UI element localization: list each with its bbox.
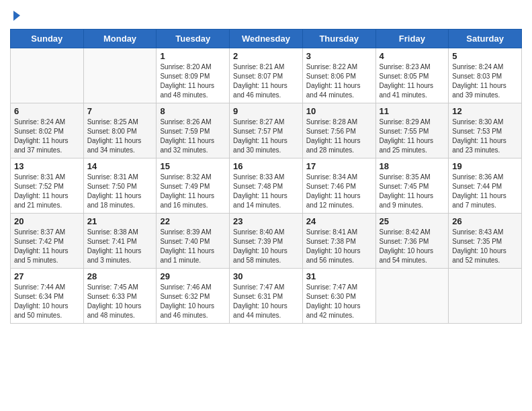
calendar-cell — [375, 269, 449, 324]
calendar-cell: 26Sunrise: 8:43 AMSunset: 7:35 PMDayligh… — [449, 214, 522, 269]
day-info: Sunrise: 8:32 AMSunset: 7:49 PMDaylight:… — [160, 173, 226, 210]
calendar-week-row: 27Sunrise: 7:44 AMSunset: 6:34 PMDayligh… — [11, 269, 522, 324]
day-number: 6 — [14, 106, 80, 116]
calendar-cell: 18Sunrise: 8:35 AMSunset: 7:45 PMDayligh… — [375, 158, 449, 214]
calendar-cell: 6Sunrise: 8:24 AMSunset: 8:02 PMDaylight… — [11, 103, 84, 158]
calendar-cell: 8Sunrise: 8:26 AMSunset: 7:59 PMDaylight… — [157, 103, 230, 158]
calendar-cell: 24Sunrise: 8:41 AMSunset: 7:38 PMDayligh… — [302, 214, 375, 269]
day-info: Sunrise: 8:33 AMSunset: 7:48 PMDaylight:… — [233, 173, 299, 210]
day-number: 30 — [233, 271, 299, 281]
day-info: Sunrise: 8:40 AMSunset: 7:39 PMDaylight:… — [233, 228, 299, 265]
day-number: 9 — [233, 106, 299, 116]
calendar-cell: 2Sunrise: 8:21 AMSunset: 8:07 PMDaylight… — [230, 48, 303, 103]
day-number: 21 — [87, 216, 153, 226]
calendar-cell: 13Sunrise: 8:31 AMSunset: 7:52 PMDayligh… — [11, 158, 84, 214]
calendar-cell: 3Sunrise: 8:22 AMSunset: 8:06 PMDaylight… — [302, 48, 375, 103]
day-number: 24 — [306, 216, 372, 226]
day-number: 10 — [306, 106, 372, 116]
day-info: Sunrise: 8:30 AMSunset: 7:53 PMDaylight:… — [452, 118, 518, 155]
day-info: Sunrise: 7:46 AMSunset: 6:32 PMDaylight:… — [160, 283, 226, 320]
calendar-cell: 17Sunrise: 8:34 AMSunset: 7:46 PMDayligh… — [302, 158, 375, 214]
day-info: Sunrise: 8:31 AMSunset: 7:52 PMDaylight:… — [14, 173, 80, 210]
day-number: 13 — [14, 161, 80, 171]
calendar-cell: 30Sunrise: 7:47 AMSunset: 6:31 PMDayligh… — [230, 269, 303, 324]
day-number: 12 — [452, 106, 518, 116]
day-info: Sunrise: 7:44 AMSunset: 6:34 PMDaylight:… — [14, 283, 80, 320]
calendar-cell: 1Sunrise: 8:20 AMSunset: 8:09 PMDaylight… — [157, 48, 230, 103]
calendar-cell: 9Sunrise: 8:27 AMSunset: 7:57 PMDaylight… — [230, 103, 303, 158]
calendar-cell: 23Sunrise: 8:40 AMSunset: 7:39 PMDayligh… — [230, 214, 303, 269]
day-header-sunday: Sunday — [11, 30, 84, 48]
calendar-cell: 14Sunrise: 8:31 AMSunset: 7:50 PMDayligh… — [83, 158, 157, 214]
day-number: 22 — [160, 216, 226, 226]
day-info: Sunrise: 8:31 AMSunset: 7:50 PMDaylight:… — [87, 173, 153, 210]
day-info: Sunrise: 8:37 AMSunset: 7:42 PMDaylight:… — [14, 228, 80, 265]
day-number: 4 — [380, 51, 445, 61]
calendar-cell: 20Sunrise: 8:37 AMSunset: 7:42 PMDayligh… — [11, 214, 84, 269]
day-number: 28 — [87, 271, 153, 281]
day-number: 15 — [160, 161, 226, 171]
calendar-cell: 5Sunrise: 8:24 AMSunset: 8:03 PMDaylight… — [449, 48, 522, 103]
calendar-cell: 7Sunrise: 8:25 AMSunset: 8:00 PMDaylight… — [83, 103, 157, 158]
page-container: SundayMondayTuesdayWednesdayThursdayFrid… — [0, 0, 532, 330]
day-number: 26 — [452, 216, 518, 226]
day-info: Sunrise: 8:25 AMSunset: 8:00 PMDaylight:… — [87, 118, 153, 155]
day-number: 5 — [452, 51, 518, 61]
calendar-cell: 16Sunrise: 8:33 AMSunset: 7:48 PMDayligh… — [230, 158, 303, 214]
calendar-cell: 19Sunrise: 8:36 AMSunset: 7:44 PMDayligh… — [449, 158, 522, 214]
day-header-tuesday: Tuesday — [157, 30, 230, 48]
day-info: Sunrise: 8:20 AMSunset: 8:09 PMDaylight:… — [160, 62, 226, 100]
day-number: 29 — [160, 271, 226, 281]
calendar-cell — [11, 48, 84, 103]
calendar-body: 1Sunrise: 8:20 AMSunset: 8:09 PMDaylight… — [11, 48, 522, 324]
day-info: Sunrise: 8:38 AMSunset: 7:41 PMDaylight:… — [87, 228, 153, 265]
calendar-cell: 11Sunrise: 8:29 AMSunset: 7:55 PMDayligh… — [375, 103, 449, 158]
calendar-cell: 29Sunrise: 7:46 AMSunset: 6:32 PMDayligh… — [157, 269, 230, 324]
day-info: Sunrise: 8:28 AMSunset: 7:56 PMDaylight:… — [306, 118, 372, 155]
day-info: Sunrise: 7:47 AMSunset: 6:30 PMDaylight:… — [306, 283, 372, 320]
calendar-cell: 15Sunrise: 8:32 AMSunset: 7:49 PMDayligh… — [157, 158, 230, 214]
calendar-cell — [83, 48, 157, 103]
day-number: 17 — [306, 161, 372, 171]
day-info: Sunrise: 8:42 AMSunset: 7:36 PMDaylight:… — [380, 228, 445, 265]
day-number: 3 — [306, 51, 372, 61]
calendar-cell: 22Sunrise: 8:39 AMSunset: 7:40 PMDayligh… — [157, 214, 230, 269]
calendar-header-row: SundayMondayTuesdayWednesdayThursdayFrid… — [11, 30, 522, 48]
day-number: 20 — [14, 216, 80, 226]
day-info: Sunrise: 8:22 AMSunset: 8:06 PMDaylight:… — [306, 62, 372, 100]
day-info: Sunrise: 8:36 AMSunset: 7:44 PMDaylight:… — [452, 173, 518, 210]
day-number: 19 — [452, 161, 518, 171]
day-info: Sunrise: 7:45 AMSunset: 6:33 PMDaylight:… — [87, 283, 153, 320]
calendar-week-row: 6Sunrise: 8:24 AMSunset: 8:02 PMDaylight… — [11, 103, 522, 158]
day-info: Sunrise: 8:21 AMSunset: 8:07 PMDaylight:… — [233, 62, 299, 100]
header — [10, 10, 522, 22]
calendar-cell: 25Sunrise: 8:42 AMSunset: 7:36 PMDayligh… — [375, 214, 449, 269]
logo — [10, 10, 23, 22]
day-header-saturday: Saturday — [449, 30, 522, 48]
calendar-cell: 10Sunrise: 8:28 AMSunset: 7:56 PMDayligh… — [302, 103, 375, 158]
svg-marker-0 — [13, 11, 20, 21]
day-info: Sunrise: 8:27 AMSunset: 7:57 PMDaylight:… — [233, 118, 299, 155]
calendar-cell: 28Sunrise: 7:45 AMSunset: 6:33 PMDayligh… — [83, 269, 157, 324]
day-info: Sunrise: 8:39 AMSunset: 7:40 PMDaylight:… — [160, 228, 226, 265]
calendar-cell: 21Sunrise: 8:38 AMSunset: 7:41 PMDayligh… — [83, 214, 157, 269]
calendar-table: SundayMondayTuesdayWednesdayThursdayFrid… — [10, 29, 522, 324]
day-header-thursday: Thursday — [302, 30, 375, 48]
calendar-cell: 12Sunrise: 8:30 AMSunset: 7:53 PMDayligh… — [449, 103, 522, 158]
calendar-week-row: 13Sunrise: 8:31 AMSunset: 7:52 PMDayligh… — [11, 158, 522, 214]
day-header-wednesday: Wednesday — [230, 30, 303, 48]
day-info: Sunrise: 7:47 AMSunset: 6:31 PMDaylight:… — [233, 283, 299, 320]
day-number: 25 — [380, 216, 445, 226]
calendar-cell: 31Sunrise: 7:47 AMSunset: 6:30 PMDayligh… — [302, 269, 375, 324]
day-number: 1 — [160, 51, 226, 61]
day-info: Sunrise: 8:41 AMSunset: 7:38 PMDaylight:… — [306, 228, 372, 265]
logo-icon — [11, 10, 23, 22]
day-info: Sunrise: 8:29 AMSunset: 7:55 PMDaylight:… — [380, 118, 445, 155]
day-info: Sunrise: 8:24 AMSunset: 8:03 PMDaylight:… — [452, 62, 518, 100]
day-info: Sunrise: 8:24 AMSunset: 8:02 PMDaylight:… — [14, 118, 80, 155]
day-header-friday: Friday — [375, 30, 449, 48]
calendar-cell: 27Sunrise: 7:44 AMSunset: 6:34 PMDayligh… — [11, 269, 84, 324]
day-number: 16 — [233, 161, 299, 171]
day-number: 27 — [14, 271, 80, 281]
day-number: 7 — [87, 106, 153, 116]
